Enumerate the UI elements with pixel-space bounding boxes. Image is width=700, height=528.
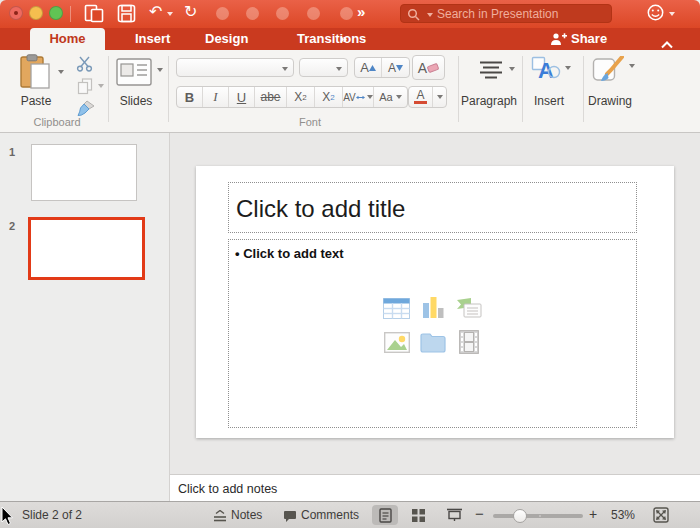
insert-media-icon[interactable] (455, 328, 483, 356)
zoom-slider-thumb[interactable] (513, 509, 527, 523)
tab-design[interactable]: Design (205, 28, 248, 50)
normal-view-icon (379, 508, 392, 523)
tab-insert[interactable]: Insert (135, 28, 170, 50)
content-insert-icons (383, 294, 483, 356)
subscript-button[interactable]: X2 (315, 87, 343, 107)
body-placeholder-text: • Click to add text (235, 246, 344, 261)
copy-icon (77, 78, 93, 95)
grow-font-button[interactable]: A (355, 58, 382, 77)
paste-clipboard-icon (18, 54, 52, 90)
insert-table-icon[interactable] (383, 294, 411, 322)
group-divider (168, 56, 169, 122)
zoom-level[interactable]: 53% (611, 508, 635, 522)
tab-transitions[interactable]: Transitions (297, 28, 366, 50)
insert-folder-icon[interactable] (419, 328, 447, 356)
redo-icon[interactable]: ↻ (184, 2, 197, 22)
slide-2-thumbnail-selected[interactable] (28, 217, 145, 280)
save-icon[interactable] (117, 4, 136, 27)
character-spacing-button[interactable]: AV (343, 87, 374, 107)
content-placeholder[interactable]: • Click to add text (228, 239, 637, 428)
feedback-smiley-icon[interactable] (646, 3, 665, 26)
underline-button[interactable]: U (229, 87, 255, 107)
group-divider (583, 56, 584, 122)
paragraph-button[interactable] (477, 60, 505, 84)
minimize-window-button[interactable] (29, 6, 43, 20)
undo-icon[interactable]: ↶ (149, 2, 162, 22)
toolbar-overflow-chevrons[interactable]: » (357, 3, 364, 20)
slide-indicator: Slide 2 of 2 (22, 508, 82, 522)
insert-button[interactable]: A (531, 56, 561, 86)
paragraph-label: Paragraph (456, 94, 522, 108)
bold-button[interactable]: B (177, 87, 203, 107)
zoom-in-button[interactable]: + (589, 506, 597, 522)
font-group-label: Font (260, 116, 360, 128)
shrink-font-button[interactable]: A (382, 58, 409, 77)
font-name-combobox[interactable] (176, 58, 294, 77)
paste-button[interactable] (18, 54, 52, 94)
change-case-button[interactable]: Aa (374, 87, 407, 107)
notes-toggle-icon[interactable] (213, 510, 227, 525)
close-window-button[interactable] (9, 6, 23, 20)
paste-dropdown-caret[interactable] (58, 70, 64, 74)
undo-dropdown-caret[interactable] (167, 12, 173, 16)
feedback-dropdown-caret[interactable] (669, 12, 675, 16)
comments-toggle-icon[interactable] (283, 510, 297, 526)
font-color-caret[interactable] (433, 87, 446, 107)
insert-dropdown-caret[interactable] (565, 66, 571, 70)
notes-toggle-label[interactable]: Notes (231, 508, 262, 522)
ghost-toolbar-icon (340, 7, 353, 20)
slides-dropdown-caret[interactable] (157, 68, 163, 72)
copy-button[interactable] (77, 78, 93, 99)
titlebar-divider (70, 6, 71, 22)
font-format-group: B I U abe X2 X2 AV Aa (176, 86, 408, 108)
font-size-combobox[interactable] (299, 58, 348, 77)
slides-button[interactable] (116, 58, 152, 90)
group-divider (458, 56, 459, 122)
mouse-cursor (1, 507, 14, 528)
normal-view-button[interactable] (372, 505, 398, 525)
zoom-window-button[interactable] (49, 6, 63, 20)
cut-button[interactable] (76, 56, 94, 76)
comments-toggle-label[interactable]: Comments (301, 508, 359, 522)
insert-smartart-icon[interactable] (455, 294, 483, 322)
zoom-slider-track[interactable] (493, 514, 583, 518)
notes-pane[interactable]: Click to add notes (170, 474, 700, 501)
fit-slide-to-window-icon[interactable] (653, 507, 669, 526)
insert-picture-icon[interactable] (383, 328, 411, 356)
slideshow-view-button[interactable] (441, 505, 467, 525)
insert-label: Insert (526, 94, 572, 108)
copy-dropdown-caret[interactable] (98, 84, 104, 88)
slide-sorter-icon (411, 508, 426, 523)
zoom-out-button[interactable]: − (475, 505, 484, 522)
slide-1-thumbnail[interactable] (31, 144, 137, 201)
drawing-dropdown-caret[interactable] (629, 64, 635, 68)
paste-label: Paste (14, 94, 58, 108)
search-icon (407, 8, 421, 22)
tab-home[interactable]: Home (30, 28, 105, 50)
paragraph-lines-icon (477, 60, 505, 80)
title-placeholder[interactable]: Click to add title (228, 182, 637, 233)
search-input[interactable] (437, 5, 607, 22)
slide-thumbnail-panel: 1 2 (0, 133, 170, 501)
new-presentation-icon[interactable] (84, 4, 104, 27)
paragraph-dropdown-caret[interactable] (509, 67, 515, 71)
format-painter-brush-icon (77, 100, 95, 117)
clear-formatting-button[interactable]: A (412, 55, 445, 80)
superscript-button[interactable]: X2 (287, 87, 315, 107)
slide-canvas[interactable]: Click to add title • Click to add text (196, 166, 674, 438)
grow-font-arrow-icon (369, 65, 376, 71)
slide-editing-area: Click to add title • Click to add text (170, 133, 700, 474)
font-color-button[interactable]: A (408, 86, 447, 108)
font-grow-shrink-group: A A (354, 57, 410, 78)
ghost-toolbar-icon (216, 7, 229, 20)
insert-shapes-icon: A (531, 56, 561, 82)
strikethrough-button[interactable]: abe (255, 87, 287, 107)
slide-sorter-view-button[interactable] (405, 505, 431, 525)
svg-text:A: A (538, 58, 554, 82)
search-field[interactable] (400, 4, 612, 23)
tab-overflow-chevrons[interactable]: » (340, 28, 346, 50)
drawing-button[interactable] (592, 56, 624, 88)
insert-chart-icon[interactable] (419, 294, 447, 322)
search-scope-caret[interactable] (427, 13, 433, 17)
italic-button[interactable]: I (203, 87, 229, 107)
